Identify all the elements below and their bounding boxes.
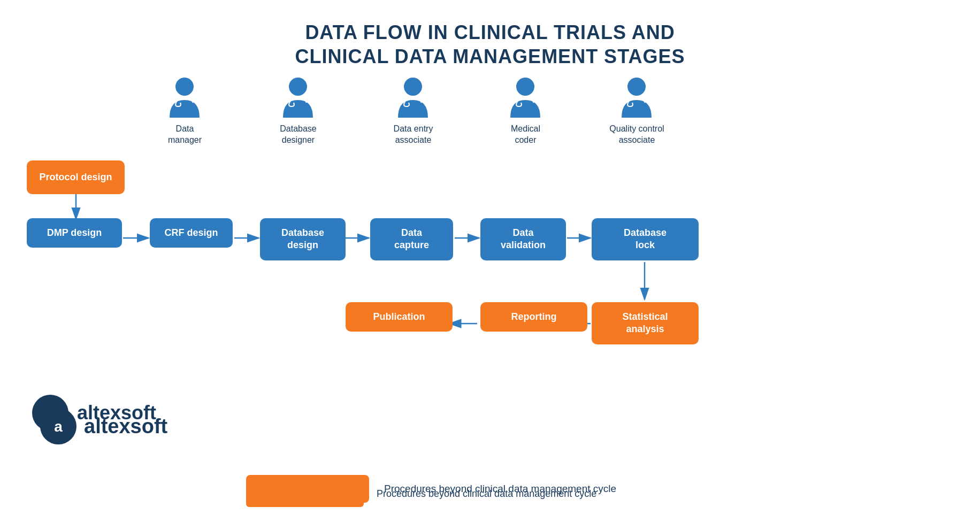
svg-point-65 <box>175 78 194 96</box>
altexsoft-text: altexsoft <box>84 415 167 438</box>
svg-point-68 <box>289 78 307 96</box>
person-dd: Databasedesigner <box>257 78 340 146</box>
publication-fbox: Publication <box>346 302 453 332</box>
db-lock-label: Databaselock <box>624 227 667 250</box>
person-qca: Quality controlassociate <box>595 78 678 146</box>
flow-diagram: Protocol design Datamanager Databasedesi… <box>27 78 953 463</box>
data-capture-label: Datacapture <box>394 227 429 250</box>
label-qc-associate: Quality controlassociate <box>609 124 664 146</box>
db-design-fbox: Databasedesign <box>260 218 346 260</box>
dmp-design-fbox: DMP design <box>27 218 122 248</box>
title-line1: DATA FLOW IN CLINICAL TRIALS AND <box>0 20 980 44</box>
legend-orange-box <box>246 475 369 503</box>
page-title: DATA FLOW IN CLINICAL TRIALS AND CLINICA… <box>0 0 980 68</box>
label-db-designer: Databasedesigner <box>280 124 317 146</box>
icon-data-manager <box>167 78 202 119</box>
protocol-design-fbox: Protocol design <box>27 160 125 194</box>
svg-point-71 <box>404 78 422 96</box>
svg-point-77 <box>627 78 646 96</box>
db-design-label: Databasedesign <box>281 227 324 250</box>
crf-label: CRF design <box>164 227 218 238</box>
label-data-entry: Data entryassociate <box>394 124 433 146</box>
altexsoft-logo: a altexsoft <box>40 408 167 444</box>
dmp-label: DMP design <box>47 227 102 238</box>
stat-analysis-label: Statisticalanalysis <box>622 311 668 334</box>
stat-analysis-fbox: Statisticalanalysis <box>592 302 699 344</box>
legend-label: Procedures beyond clinical data manageme… <box>384 483 616 495</box>
protocol-design-text: Protocol design <box>39 172 112 182</box>
data-capture-fbox: Datacapture <box>370 218 453 260</box>
label-data-manager: Datamanager <box>168 124 202 146</box>
label-medical-coder: Medicalcoder <box>511 124 540 146</box>
person-dm: Datamanager <box>143 78 226 146</box>
altexsoft-logo-icon: a <box>40 408 76 444</box>
svg-text:a: a <box>54 418 63 435</box>
icon-data-entry <box>396 78 431 119</box>
reporting-fbox: Reporting <box>480 302 587 332</box>
reporting-label: Reporting <box>511 311 557 322</box>
legend-container: Procedures beyond clinical data manageme… <box>246 475 616 503</box>
person-dea: Data entryassociate <box>372 78 455 146</box>
icon-db-designer <box>281 78 316 119</box>
db-lock-fbox: Databaselock <box>592 218 699 260</box>
svg-point-74 <box>516 78 534 96</box>
publication-label: Publication <box>373 311 425 322</box>
data-validation-fbox: Datavalidation <box>480 218 566 260</box>
icon-qc-associate <box>619 78 654 119</box>
person-mc: Medicalcoder <box>484 78 567 146</box>
data-validation-label: Datavalidation <box>501 227 546 250</box>
title-line2: CLINICAL DATA MANAGEMENT STAGES <box>0 44 980 68</box>
crf-design-fbox: CRF design <box>150 218 233 248</box>
icon-medical-coder <box>508 78 543 119</box>
